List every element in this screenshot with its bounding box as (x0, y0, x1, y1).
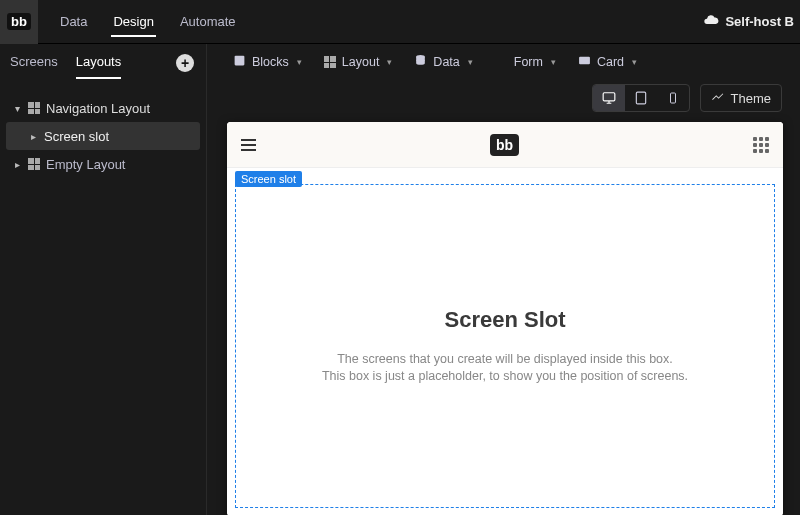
theme-label: Theme (731, 91, 771, 106)
screen-slot-desc-2: This box is just a placeholder, to show … (322, 368, 688, 386)
svg-rect-0 (235, 56, 245, 66)
self-host-label: Self-host B (725, 14, 794, 29)
theme-button[interactable]: Theme (700, 84, 782, 112)
toolbar-label: Data (433, 55, 459, 69)
chevron-right-icon: ▸ (28, 131, 38, 142)
paint-icon (711, 90, 725, 107)
left-tab-screens[interactable]: Screens (10, 54, 58, 73)
screen-slot-tag: Screen slot (235, 171, 302, 187)
database-icon (414, 54, 427, 70)
chevron-right-icon: ▸ (12, 159, 22, 170)
tree-item-navigation-layout[interactable]: ▾ Navigation Layout (6, 94, 200, 122)
svg-rect-4 (636, 92, 645, 104)
preview-canvas: bb Screen slot Screen Slot The screens t… (227, 122, 783, 515)
left-tab-layouts[interactable]: Layouts (76, 54, 122, 73)
screen-slot-desc-1: The screens that you create will be disp… (337, 351, 673, 369)
topnav-automate[interactable]: Automate (168, 0, 248, 43)
device-mobile-button[interactable] (657, 85, 689, 111)
topnav-data[interactable]: Data (48, 0, 99, 43)
chevron-down-icon: ▾ (12, 103, 22, 114)
form-icon (495, 54, 508, 70)
device-desktop-button[interactable] (593, 85, 625, 111)
tree-item-screen-slot[interactable]: ▸ Screen slot (6, 122, 200, 150)
toolbar-card[interactable]: Card ▾ (572, 50, 643, 74)
tree-label: Screen slot (44, 129, 109, 144)
blocks-icon (233, 54, 246, 70)
tree-label: Navigation Layout (46, 101, 150, 116)
toolbar-data[interactable]: Data ▾ (408, 50, 478, 74)
add-layout-button[interactable]: + (176, 54, 194, 72)
tree-item-empty-layout[interactable]: ▸ Empty Layout (6, 150, 200, 178)
svg-rect-5 (670, 93, 675, 103)
hamburger-icon[interactable] (241, 139, 256, 151)
card-icon (578, 54, 591, 70)
device-preview-group (592, 84, 690, 112)
toolbar-form[interactable]: Form ▾ (489, 50, 562, 74)
self-host-button[interactable]: Self-host B (703, 12, 800, 31)
chevron-down-icon: ▾ (297, 57, 302, 67)
toolbar-label: Blocks (252, 55, 289, 69)
toolbar-blocks[interactable]: Blocks ▾ (227, 50, 308, 74)
apps-grid-icon[interactable] (753, 137, 769, 153)
svg-rect-2 (579, 57, 590, 65)
layout-icon (28, 158, 40, 170)
app-logo-center: bb (490, 134, 519, 156)
cloud-icon (703, 12, 719, 31)
app-logo[interactable]: bb (0, 0, 38, 44)
chevron-down-icon: ▾ (468, 57, 473, 67)
chevron-down-icon: ▾ (632, 57, 637, 67)
chevron-down-icon: ▾ (387, 57, 392, 67)
device-tablet-button[interactable] (625, 85, 657, 111)
toolbar-layout[interactable]: Layout ▾ (318, 50, 399, 74)
screen-slot-heading: Screen Slot (444, 307, 565, 333)
toolbar-label: Layout (342, 55, 380, 69)
layout-icon (324, 56, 336, 68)
toolbar-label: Card (597, 55, 624, 69)
toolbar-label: Form (514, 55, 543, 69)
svg-rect-3 (603, 93, 615, 101)
chevron-down-icon: ▾ (551, 57, 556, 67)
tree-label: Empty Layout (46, 157, 126, 172)
screen-slot-area[interactable]: Screen Slot The screens that you create … (235, 184, 775, 508)
layout-icon (28, 102, 40, 114)
topnav-design[interactable]: Design (101, 0, 165, 43)
